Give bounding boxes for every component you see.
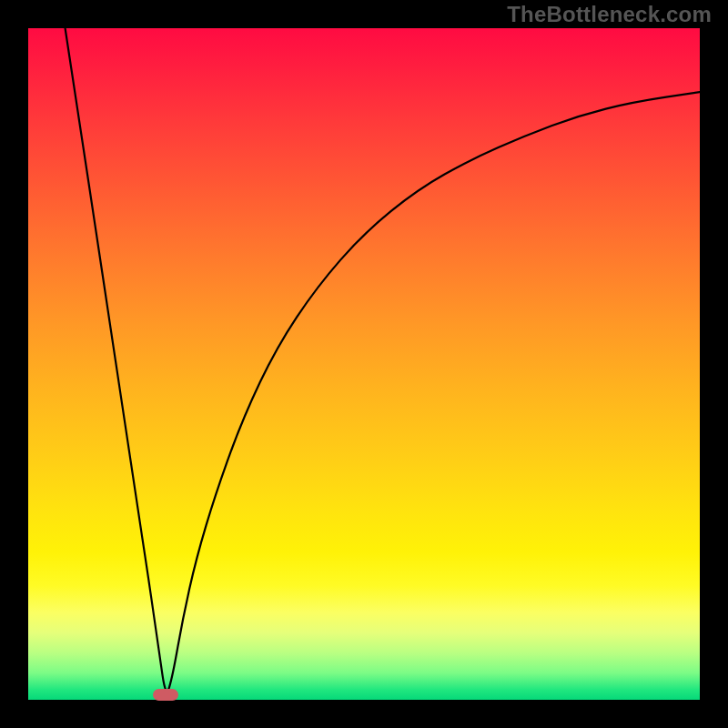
bottleneck-curve-path (66, 28, 700, 691)
plot-area (28, 28, 700, 700)
watermark-text: TheBottleneck.com (507, 2, 712, 27)
optimum-marker (153, 689, 178, 701)
curve-svg (28, 28, 700, 700)
chart-frame: TheBottleneck.com (0, 0, 728, 728)
